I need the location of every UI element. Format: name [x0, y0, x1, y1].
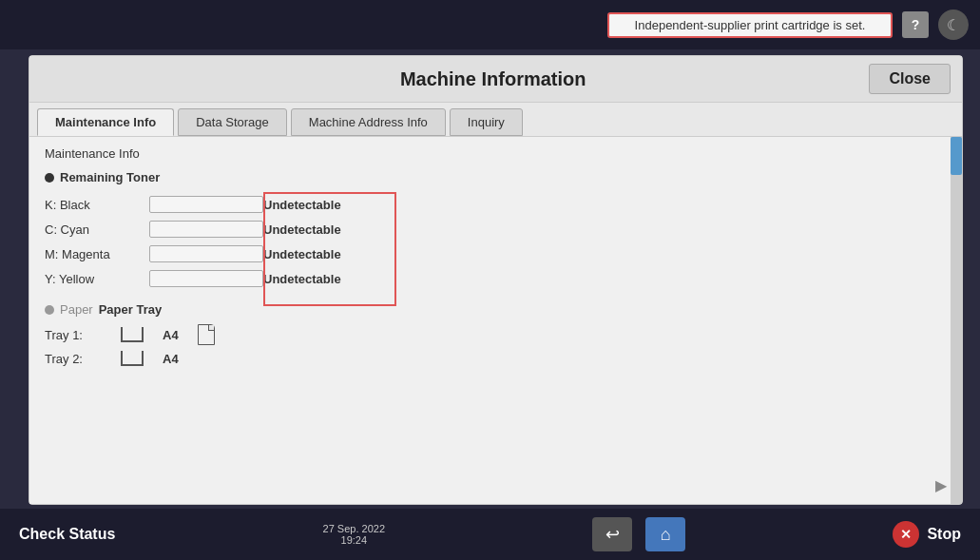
date: 27 Sep. 2022 — [323, 523, 385, 534]
notification-text: Independent-supplier print cartridge is … — [635, 18, 866, 32]
tab-data-storage[interactable]: Data Storage — [178, 108, 287, 136]
paper-tray-label: Paper Tray — [99, 302, 163, 317]
scrollbar[interactable] — [951, 137, 962, 504]
bottom-bar: Check Status 27 Sep. 2022 19:24 ↩ ⌂ ✕ St… — [0, 509, 980, 560]
screen: Independent-supplier print cartridge is … — [0, 0, 980, 560]
home-icon: ⌂ — [661, 525, 671, 545]
remaining-toner-subsection: Remaining Toner — [45, 170, 947, 184]
close-button[interactable]: Close — [869, 64, 951, 94]
moon-button[interactable]: ☾ — [938, 10, 969, 40]
help-button[interactable]: ? — [902, 11, 929, 38]
dialog-title: Machine Information — [117, 68, 869, 90]
toner-section: K: Black Undetectable C: Cyan Undetectab… — [45, 196, 947, 287]
toner-bar-magenta — [149, 245, 263, 262]
toner-label-magenta: M: Magenta — [45, 245, 149, 262]
remaining-toner-label: Remaining Toner — [60, 170, 160, 184]
toner-status-magenta: Undetectable — [263, 245, 453, 262]
side-arrow-icon: ▶ — [935, 476, 947, 494]
bullet-gray-icon — [45, 305, 54, 315]
moon-icon: ☾ — [947, 16, 960, 34]
tray-1-label: Tray 1: — [45, 328, 102, 342]
dialog-header: Machine Information Close — [29, 56, 962, 103]
scrollbar-thumb[interactable] — [951, 137, 962, 175]
tray-2-label: Tray 2: — [45, 352, 102, 366]
tabs-bar: Maintenance Info Data Storage Machine Ad… — [29, 103, 962, 136]
tray-1-size: A4 — [163, 328, 179, 342]
datetime: 27 Sep. 2022 19:24 — [323, 523, 385, 546]
tab-inquiry[interactable]: Inquiry — [450, 108, 523, 136]
stop-button[interactable]: ✕ Stop — [893, 521, 961, 548]
nav-buttons: ↩ ⌂ — [592, 517, 685, 551]
tray-2-icon — [121, 351, 144, 366]
home-button[interactable]: ⌂ — [645, 517, 685, 551]
toner-status-yellow: Undetectable — [263, 270, 453, 287]
toner-label-black: K: Black — [45, 196, 149, 213]
content-area: Maintenance Info Remaining Toner K: Blac… — [29, 136, 962, 504]
toner-status-black: Undetectable — [263, 196, 453, 213]
help-label: ? — [912, 17, 920, 32]
toner-grid: K: Black Undetectable C: Cyan Undetectab… — [45, 196, 947, 287]
toner-bar-yellow — [149, 270, 263, 287]
top-bar: Independent-supplier print cartridge is … — [0, 0, 980, 49]
check-status-label: Check Status — [19, 526, 115, 543]
toner-label-yellow: Y: Yellow — [45, 270, 149, 287]
stop-icon: ✕ — [893, 521, 919, 548]
back-icon: ↩ — [605, 524, 620, 545]
tab-machine-address-info[interactable]: Machine Address Info — [291, 108, 446, 136]
paper-tray-label-text: Paper — [60, 302, 93, 317]
section-title: Maintenance Info — [45, 146, 947, 161]
toner-status-cyan: Undetectable — [263, 221, 453, 238]
back-button[interactable]: ↩ — [592, 517, 632, 551]
paper-tray-subsection: Paper Paper Tray — [45, 302, 947, 317]
tray-row-1: Tray 1: A4 — [45, 324, 947, 345]
toner-bar-black — [149, 196, 263, 213]
toner-bar-cyan — [149, 221, 263, 238]
paper-icon-1 — [198, 324, 215, 345]
tray-2-size: A4 — [163, 352, 179, 366]
machine-information-dialog: Machine Information Close Maintenance In… — [29, 55, 963, 505]
stop-label: Stop — [927, 526, 961, 543]
paper-tray-section: Paper Paper Tray Tray 1: A4 Tray 2: A4 — [45, 302, 947, 366]
tab-maintenance-info[interactable]: Maintenance Info — [37, 108, 174, 136]
bullet-icon — [45, 173, 54, 183]
tray-icon — [121, 327, 144, 342]
toner-label-cyan: C: Cyan — [45, 221, 149, 238]
tray-row-2: Tray 2: A4 — [45, 351, 947, 366]
time: 19:24 — [323, 534, 385, 546]
notification-box: Independent-supplier print cartridge is … — [607, 12, 893, 38]
